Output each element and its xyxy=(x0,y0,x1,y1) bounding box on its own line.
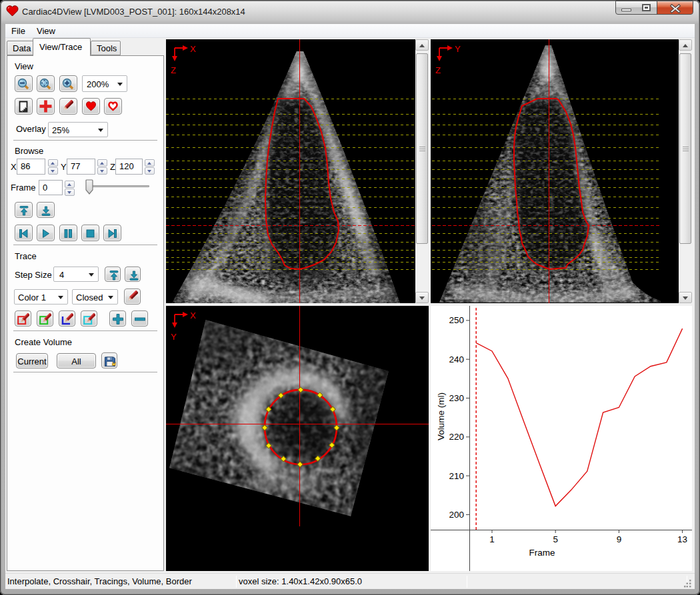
svg-text:5: 5 xyxy=(553,534,558,544)
svg-text:Volume (ml): Volume (ml) xyxy=(436,392,446,440)
svg-text:Y: Y xyxy=(455,44,461,54)
svg-text:Frame: Frame xyxy=(529,548,555,558)
svg-text:13: 13 xyxy=(677,534,687,544)
svg-text:Z: Z xyxy=(171,65,176,75)
svg-text:Z: Z xyxy=(435,65,441,75)
svg-text:X: X xyxy=(190,310,196,320)
svg-text:230: 230 xyxy=(449,393,464,403)
svg-text:200: 200 xyxy=(449,510,464,520)
svg-text:240: 240 xyxy=(449,354,464,364)
svg-text:9: 9 xyxy=(617,534,622,544)
svg-text:210: 210 xyxy=(449,471,464,481)
svg-text:220: 220 xyxy=(449,432,464,442)
svg-text:X: X xyxy=(190,44,196,54)
svg-text:1: 1 xyxy=(489,534,495,544)
svg-text:250: 250 xyxy=(449,315,464,325)
svg-text:Y: Y xyxy=(171,332,177,342)
